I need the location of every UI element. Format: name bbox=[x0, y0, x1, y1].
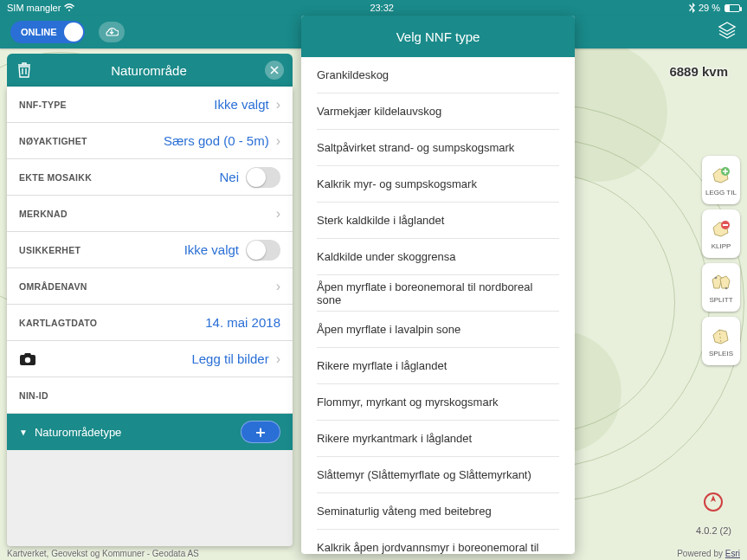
row-note[interactable]: MERKNAD › bbox=[7, 196, 293, 232]
label: EKTE MOSAIKK bbox=[19, 172, 92, 183]
version-label: 4.0.2 (2) bbox=[696, 525, 731, 536]
value: Ikke valgt bbox=[214, 97, 268, 112]
tool-label: LEGG TIL bbox=[705, 189, 737, 196]
row-areaname[interactable]: OMRÅDENAVN › bbox=[7, 268, 293, 305]
svg-point-6 bbox=[725, 286, 728, 289]
online-label: ONLINE bbox=[21, 27, 57, 37]
popup-item[interactable]: Saltpåvirket strand- og sumpskogsmark bbox=[317, 130, 559, 166]
map-tools: LEGG TIL KLIPP SPLITT SPLEIS bbox=[702, 156, 740, 365]
row-ninid[interactable]: NIN-ID bbox=[7, 377, 293, 414]
value: Legg til bilder bbox=[191, 351, 268, 366]
popup-item[interactable]: Flommyr, myrkant og myrskogsmark bbox=[317, 384, 559, 421]
row-photos[interactable]: Legg til bilder › bbox=[7, 341, 293, 377]
popup-list[interactable]: GrankildeskogVarmekjær kildelauvskogSalt… bbox=[301, 57, 575, 554]
tool-legg-til[interactable]: LEGG TIL bbox=[702, 156, 740, 204]
popup-item[interactable]: Rikere myrkantmark i låglandet bbox=[317, 421, 559, 457]
download-icon bbox=[105, 26, 119, 38]
chevron-right-icon: › bbox=[276, 279, 280, 294]
panel-title: Naturområde bbox=[42, 63, 256, 78]
svg-rect-4 bbox=[723, 224, 728, 226]
popup-item[interactable]: Rikere myrflate i låglandet bbox=[317, 348, 559, 384]
popup-item[interactable]: Åpen myrflate i boreonemoral til nordbor… bbox=[317, 275, 559, 312]
tool-klipp[interactable]: KLIPP bbox=[702, 209, 740, 258]
wifi-icon bbox=[64, 3, 74, 12]
label: NNF-TYPE bbox=[19, 100, 67, 110]
chevron-right-icon: › bbox=[276, 351, 280, 367]
sim-status: SIM mangler bbox=[7, 3, 61, 13]
section-naturomradetype[interactable]: ▼ Naturområdetype ＋ bbox=[7, 414, 293, 450]
label: KARTLAGTDATO bbox=[19, 318, 97, 328]
label: OMRÅDENAVN bbox=[19, 281, 87, 292]
battery-icon bbox=[724, 4, 740, 12]
popup-item[interactable]: Kalkrik myr- og sumpskogsmark bbox=[317, 166, 559, 203]
panel-header: Naturområde bbox=[7, 54, 293, 87]
scale-label: 6889 kvm bbox=[669, 64, 728, 79]
chevron-right-icon: › bbox=[276, 97, 280, 113]
popup-item[interactable]: Sterk kaldkilde i låglandet bbox=[317, 203, 559, 239]
popup-item[interactable]: Grankildeskog bbox=[317, 57, 559, 93]
chevron-right-icon: › bbox=[276, 206, 280, 222]
battery-pct: 29 % bbox=[699, 3, 720, 13]
popup-item[interactable]: Varmekjær kildelauvskog bbox=[317, 93, 559, 130]
row-nnf-type[interactable]: NNF-TYPE Ikke valgt › bbox=[7, 87, 293, 123]
status-bar: SIM mangler 23:32 29 % bbox=[0, 0, 747, 16]
value: Nei bbox=[219, 170, 239, 184]
svg-point-5 bbox=[715, 276, 718, 279]
attribution-right: Powered by Esri bbox=[677, 549, 740, 558]
caret-down-icon: ▼ bbox=[19, 428, 28, 437]
value: Ikke valgt bbox=[184, 242, 239, 257]
popup-item[interactable]: Åpen myrflate i lavalpin sone bbox=[317, 312, 559, 348]
tool-label: KLIPP bbox=[712, 242, 731, 250]
popup-item[interactable]: Seminaturlig våteng med beitebreg bbox=[317, 493, 559, 530]
popup-title: Velg NNF type bbox=[301, 16, 575, 57]
value: 14. mai 2018 bbox=[205, 315, 280, 330]
popup-item[interactable]: Kalkrik åpen jordvannsmyr i boreonemoral… bbox=[317, 530, 559, 554]
add-button[interactable]: ＋ bbox=[241, 421, 280, 443]
tool-label: SPLEIS bbox=[709, 350, 733, 357]
section-label: Naturområdetype bbox=[35, 426, 121, 439]
popup-item[interactable]: Kaldkilde under skoggrensa bbox=[317, 239, 559, 275]
compass-button[interactable] bbox=[704, 492, 723, 512]
row-date[interactable]: KARTLAGTDATO 14. mai 2018 bbox=[7, 305, 293, 341]
attribution-left: Kartverket, Geovekst og Kommuner - Geoda… bbox=[7, 549, 199, 558]
svg-point-1 bbox=[25, 357, 30, 362]
tool-splitt[interactable]: SPLITT bbox=[702, 263, 740, 312]
label: NIN-ID bbox=[19, 390, 48, 401]
row-uncertainty[interactable]: USIKKERHET Ikke valgt bbox=[7, 232, 293, 268]
row-mosaic[interactable]: EKTE MOSAIKK Nei bbox=[7, 159, 293, 196]
bluetooth-icon bbox=[689, 3, 696, 13]
layers-button[interactable] bbox=[718, 22, 737, 42]
tool-spleis[interactable]: SPLEIS bbox=[702, 317, 740, 365]
close-icon bbox=[270, 66, 279, 74]
nnf-type-popup: Velg NNF type GrankildeskogVarmekjær kil… bbox=[301, 16, 575, 554]
uncertainty-toggle[interactable] bbox=[246, 240, 280, 261]
row-accuracy[interactable]: NØYAKTIGHET Særs god (0 - 5m) › bbox=[7, 123, 293, 159]
trash-icon[interactable] bbox=[16, 61, 33, 79]
esri-link[interactable]: Esri bbox=[725, 549, 740, 558]
mosaic-toggle[interactable] bbox=[246, 167, 280, 188]
camera-icon bbox=[19, 352, 36, 366]
download-button[interactable] bbox=[99, 22, 125, 42]
label: MERKNAD bbox=[19, 209, 68, 219]
tool-label: SPLITT bbox=[709, 296, 732, 304]
side-panel: Naturområde NNF-TYPE Ikke valgt › NØYAKT… bbox=[7, 54, 293, 546]
close-button[interactable] bbox=[265, 61, 284, 80]
status-time: 23:32 bbox=[74, 3, 689, 13]
label: NØYAKTIGHET bbox=[19, 136, 87, 146]
value: Særs god (0 - 5m) bbox=[164, 133, 269, 148]
label: USIKKERHET bbox=[19, 245, 80, 255]
chevron-right-icon: › bbox=[276, 133, 280, 149]
online-toggle[interactable]: ONLINE bbox=[10, 21, 85, 43]
layers-icon bbox=[718, 22, 737, 39]
popup-item[interactable]: Slåttemyr (Slåttemyrflate og Slåttemyrka… bbox=[317, 457, 559, 493]
